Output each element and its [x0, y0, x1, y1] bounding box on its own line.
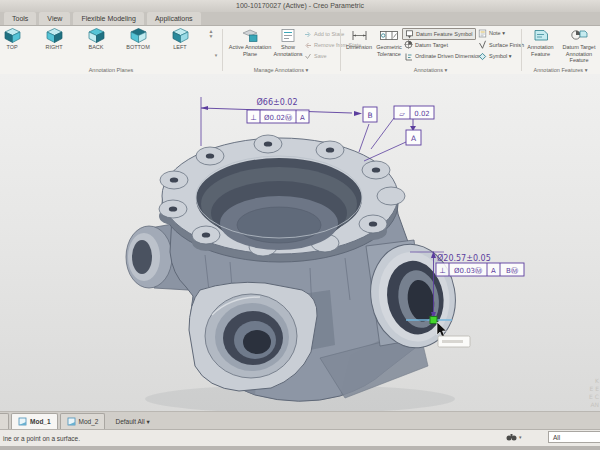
datum-feature-symbol-icon	[405, 30, 414, 39]
top-plane-button[interactable]: TOP	[0, 28, 32, 51]
datum-target-annotation-feature-icon	[570, 28, 588, 43]
model-tab-mod2[interactable]: Mod_2	[60, 413, 106, 429]
planes-scroll-up-icon[interactable]: ▲▼	[206, 29, 216, 39]
bottom-plane-label: BOTTOM	[126, 44, 149, 51]
top-plane-label: TOP	[6, 44, 17, 51]
note-button[interactable]: Note ▾	[476, 28, 507, 38]
show-annotations-icon	[280, 28, 297, 43]
annotations-group-label[interactable]: Annotations ▾	[340, 67, 521, 73]
status-message: ine or a point on a surface.	[0, 435, 80, 442]
watermark: K E E E C AN	[589, 377, 600, 408]
datum-a-flag[interactable]: A	[364, 130, 421, 161]
remove-from-state-icon	[304, 42, 312, 49]
tab-applications[interactable]: Applications	[147, 12, 201, 25]
model-tab-mod1[interactable]: Mod_1	[11, 413, 58, 429]
canvas-svg: Ø66±0.02 ⊥ Ø0.02Ⓜ A B	[0, 74, 600, 411]
datum-target-icon	[404, 40, 413, 49]
surface-finish-icon	[478, 40, 487, 49]
svg-text:A: A	[491, 267, 496, 275]
left-plane-label: LEFT	[173, 44, 186, 51]
active-annotation-plane-label: Active Annotation Plane	[228, 44, 272, 57]
bottom-plane-button[interactable]: BOTTOM	[118, 28, 158, 51]
tab-flexible-modeling[interactable]: Flexible Modeling	[73, 12, 143, 25]
datum-target-annotation-feature-button[interactable]: Datum Target Annotation Feature	[558, 28, 600, 64]
selection-handle[interactable]	[430, 317, 437, 324]
datum-feature-symbol-button[interactable]: Datum Feature Symbol	[402, 28, 476, 40]
ribbon-separator	[340, 29, 341, 71]
datum-target-button[interactable]: Datum Target	[402, 40, 450, 50]
svg-text:Ø0.03Ⓜ: Ø0.03Ⓜ	[454, 267, 482, 275]
svg-text:Ø0.02Ⓜ: Ø0.02Ⓜ	[264, 114, 292, 122]
flatness-fcf[interactable]: ▱ 0.02	[371, 106, 434, 149]
save-state-button[interactable]: Save	[302, 51, 329, 61]
ordinate-driven-dimension-button[interactable]: Ordinate Driven Dimension	[402, 51, 483, 61]
add-to-state-icon	[304, 31, 312, 38]
ribbon-tab-bar: Tools View Flexible Modeling Application…	[0, 12, 600, 26]
fcf-perpendicularity-2057[interactable]: ⊥ Ø0.03Ⓜ A BⓂ	[436, 263, 524, 276]
svg-text:A: A	[411, 134, 417, 143]
chevron-down-icon: ▾	[519, 434, 522, 440]
svg-text:E C: E C	[589, 393, 599, 400]
save-icon	[304, 53, 312, 60]
tab-tools[interactable]: Tools	[4, 12, 36, 25]
manage-annotations-group-label[interactable]: Manage Annotations ▾	[222, 67, 340, 73]
cube-back-icon	[88, 28, 105, 43]
fcf-perpendicularity-66[interactable]: ⊥ Ø0.02Ⓜ A	[247, 110, 309, 123]
annotation-feature-button[interactable]: Annotation Feature	[522, 28, 559, 57]
geometric-tolerance-icon	[379, 28, 399, 43]
back-plane-button[interactable]: BACK	[76, 28, 116, 51]
dim-2057-text: Ø20.57±0.05	[437, 253, 491, 263]
svg-text:AN: AN	[590, 401, 599, 408]
cube-top-icon	[4, 28, 21, 43]
svg-text:A: A	[300, 114, 305, 122]
planes-more-icon[interactable]: ▾	[212, 53, 220, 58]
cube-left-icon	[172, 28, 189, 43]
svg-text:BⓂ: BⓂ	[506, 267, 518, 275]
active-annotation-plane-icon	[241, 28, 259, 43]
cube-right-icon	[46, 28, 63, 43]
annotation-planes-group-label: Annotation Planes	[0, 67, 222, 73]
datum-target-annotation-feature-label: Datum Target Annotation Feature	[557, 44, 600, 64]
graphics-area[interactable]: Ø66±0.02 ⊥ Ø0.02Ⓜ A B	[0, 74, 600, 411]
annotation-feature-label: Annotation Feature	[522, 44, 560, 57]
search-tool[interactable]: ▾	[506, 432, 522, 442]
annotation-features-group-label[interactable]: Annotation Features ▾	[521, 67, 600, 73]
right-plane-button[interactable]: RIGHT	[34, 28, 74, 51]
title-bar[interactable]: 100-10170027 (Active) - Creo Parametric	[0, 0, 600, 12]
model-tab-bar: Mod_1 Mod_2 Default All ▾	[0, 411, 600, 429]
svg-text:B: B	[367, 111, 372, 120]
surface-finish-button[interactable]: Surface Finish	[476, 40, 526, 50]
3d-model[interactable]	[126, 135, 463, 411]
ribbon-separator	[222, 29, 223, 71]
model-tab-cropped[interactable]	[0, 413, 9, 429]
hover-tooltip	[438, 336, 470, 347]
right-plane-label: RIGHT	[45, 44, 62, 51]
dimension-icon	[350, 28, 369, 43]
symbol-button[interactable]: Symbol ▾	[476, 51, 514, 61]
creo-parametric-window: 100-10170027 (Active) - Creo Parametric …	[0, 0, 600, 450]
default-all-button[interactable]: Default All ▾	[107, 414, 157, 429]
dim-66-text: Ø66±0.02	[257, 97, 298, 107]
binoculars-icon	[506, 432, 517, 442]
svg-text:E E: E E	[590, 385, 600, 392]
svg-text:⊥: ⊥	[439, 266, 446, 275]
datum-b-flag[interactable]: B	[363, 107, 377, 122]
annotation-feature-icon	[532, 28, 550, 43]
ribbon: TOP RIGHT BACK BOTTOM LEFT ▲▼ ▾	[0, 26, 600, 75]
left-plane-button[interactable]: LEFT	[160, 28, 200, 51]
svg-text:▱: ▱	[399, 110, 405, 118]
svg-text:⊥: ⊥	[250, 113, 257, 122]
tab-view[interactable]: View	[39, 12, 70, 25]
svg-text:0.02: 0.02	[414, 110, 430, 118]
active-annotation-plane-button[interactable]: Active Annotation Plane	[228, 28, 272, 57]
part-file-icon	[67, 417, 76, 426]
window-bottom-edge	[0, 446, 600, 450]
cube-bottom-icon	[130, 28, 147, 43]
window-title: 100-10170027 (Active) - Creo Parametric	[236, 2, 364, 9]
symbol-icon	[478, 52, 487, 61]
part-file-icon	[18, 417, 27, 426]
note-icon	[478, 29, 487, 38]
svg-text:K: K	[595, 377, 600, 384]
selection-filter[interactable]: All	[548, 431, 600, 443]
ordinate-dimension-icon	[404, 52, 413, 61]
